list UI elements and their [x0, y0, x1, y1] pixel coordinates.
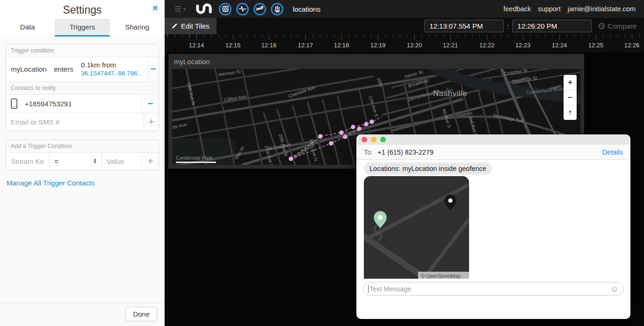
- street-label: Davidson St: [512, 75, 538, 84]
- tiles-view-icon[interactable]: [219, 3, 232, 15]
- tile-title: myLocation: [168, 54, 584, 68]
- trigger-stream-name: myLocation: [11, 65, 54, 73]
- done-button[interactable]: Done: [125, 307, 157, 321]
- add-trigger-box: Add a Trigger Condition = ▲▼ +: [6, 140, 159, 170]
- manage-trigger-contacts-link[interactable]: Manage All Trigger Contacts: [7, 179, 158, 187]
- bucket-title: locations: [293, 5, 320, 13]
- support-link[interactable]: support: [538, 5, 560, 13]
- apps-view-icon[interactable]: [271, 3, 283, 15]
- recipient-row: To: +1 (615) 823-2279 Details: [356, 145, 630, 160]
- tick-label: 12:23: [511, 42, 535, 49]
- settings-title: Settings: [0, 0, 165, 20]
- zoom-in-button[interactable]: +: [564, 75, 577, 90]
- add-trigger-button[interactable]: +: [142, 153, 159, 170]
- lines-view-icon[interactable]: [253, 3, 266, 15]
- add-contact-button[interactable]: +: [144, 113, 159, 131]
- tick-label: 12:24: [547, 42, 572, 49]
- contact-input[interactable]: [6, 113, 144, 131]
- tab-data[interactable]: Data: [0, 19, 55, 37]
- tick-label: 12:18: [329, 42, 354, 49]
- trigger-coordinates-link[interactable]: 36.1547447,-86.786...: [81, 70, 143, 78]
- map-pan-button[interactable]: ▲▼: [564, 105, 577, 120]
- trigger-value-input[interactable]: [102, 153, 142, 170]
- contact-number: +18594753291: [25, 100, 72, 108]
- details-link[interactable]: Details: [602, 148, 623, 156]
- edit-tiles-button[interactable]: Edit Tiles: [165, 18, 217, 34]
- contact-row: +18594753291 −: [6, 94, 159, 113]
- pencil-icon: [172, 23, 178, 29]
- map-attribution: © OpenStreetMap: [421, 273, 461, 279]
- message-input-row: Text Message ☺: [356, 279, 630, 299]
- clock-icon: [598, 22, 605, 30]
- initial-state-logo-icon[interactable]: [195, 2, 214, 15]
- tab-triggers[interactable]: Triggers: [55, 19, 109, 37]
- attachment-map: © OpenStreetMap: [364, 176, 469, 283]
- tab-sharing[interactable]: Sharing: [110, 19, 165, 37]
- message-input[interactable]: Text Message ☺: [363, 282, 624, 296]
- compare-button[interactable]: Compare: [598, 22, 637, 30]
- message-bubble: Locations: myLocation inside geofence: [364, 163, 492, 175]
- zoom-window-icon[interactable]: [380, 137, 386, 142]
- add-contact-row: +: [6, 113, 159, 131]
- street-label: tte Ave: [172, 122, 187, 130]
- tick-label: 12:22: [475, 42, 499, 49]
- recipient-number: +1 (615) 823-2279: [377, 148, 434, 156]
- top-nav-bar: locations feedback support jamie@initial…: [165, 0, 644, 18]
- tick-label: 12:16: [257, 42, 281, 49]
- settings-panel: Settings × Data Triggers Sharing Trigger…: [0, 0, 165, 326]
- operator-select[interactable]: = ▲▼: [49, 153, 101, 170]
- conversation-area: Locations: myLocation inside geofence: [356, 160, 630, 299]
- remove-trigger-button[interactable]: −: [147, 57, 159, 82]
- text-caret: [368, 285, 369, 293]
- emoji-icon[interactable]: ☺: [610, 285, 619, 293]
- collapse-menu-icon[interactable]: [175, 6, 187, 12]
- park-label: Centennial Park: [176, 155, 213, 161]
- end-time-input[interactable]: [512, 20, 592, 32]
- tick-label: 12:20: [402, 42, 427, 49]
- trigger-operator: enters: [54, 65, 81, 73]
- compare-label: Compare: [608, 22, 637, 30]
- tick-label: 12:14: [184, 42, 209, 49]
- account-link[interactable]: jamie@initialstate.com: [568, 5, 636, 13]
- messages-window: To: +1 (615) 823-2279 Details Locations:…: [356, 134, 630, 319]
- waves-view-icon[interactable]: [236, 3, 249, 15]
- triggers-tab-content: Trigger condition myLocation enters 0.1k…: [0, 37, 165, 303]
- tick-label: 12:26: [620, 42, 644, 49]
- settings-header: Settings ×: [0, 0, 165, 19]
- tick-label: 12:25: [584, 42, 608, 49]
- zoom-out-button[interactable]: −: [564, 90, 577, 105]
- trigger-condition-row: myLocation enters 0.1km from 36.1547447,…: [6, 57, 159, 82]
- minimize-window-icon[interactable]: [371, 137, 376, 142]
- add-trigger-header: Add a Trigger Condition: [6, 140, 159, 152]
- close-window-icon[interactable]: [362, 137, 367, 142]
- map-scale-bar: [176, 162, 216, 163]
- trigger-condition-box: Trigger condition myLocation enters 0.1k…: [6, 44, 159, 131]
- add-trigger-row: = ▲▼ +: [6, 152, 159, 170]
- street-label: 11th Ave S: [368, 95, 379, 118]
- operator-value: =: [54, 157, 58, 165]
- tick-label: 12:17: [293, 42, 318, 49]
- settings-tabs: Data Triggers Sharing: [0, 19, 165, 37]
- to-label: To:: [364, 148, 373, 156]
- pan-down-icon: ▼: [568, 113, 572, 116]
- tick-label: 12:21: [438, 42, 463, 49]
- stream-key-input[interactable]: [6, 153, 49, 170]
- street-label: W End Ave: [268, 142, 291, 151]
- map-zoom-control: + − ▲▼: [564, 75, 577, 120]
- city-label: Nashville: [433, 89, 467, 98]
- time-range-separator: :: [507, 22, 509, 30]
- feedback-link[interactable]: feedback: [503, 5, 531, 13]
- street-label: Herman St: [218, 69, 241, 77]
- tick-label: 12:15: [221, 42, 245, 49]
- remove-contact-button[interactable]: −: [142, 95, 159, 113]
- edit-tiles-label: Edit Tiles: [181, 22, 210, 30]
- app-screen: locations feedback support jamie@initial…: [0, 0, 644, 326]
- timeline-ruler[interactable]: 12:14 12:15 12:16 12:17 12:18 12:19 12:2…: [165, 34, 644, 52]
- close-icon[interactable]: ×: [152, 2, 158, 14]
- trigger-condition-header: Trigger condition: [6, 44, 159, 57]
- message-placeholder: Text Message: [369, 285, 610, 293]
- messages-titlebar[interactable]: [356, 134, 630, 145]
- tick-label: 12:19: [366, 42, 390, 49]
- street-label: Crutcher St: [504, 69, 528, 76]
- start-time-input[interactable]: [424, 20, 504, 32]
